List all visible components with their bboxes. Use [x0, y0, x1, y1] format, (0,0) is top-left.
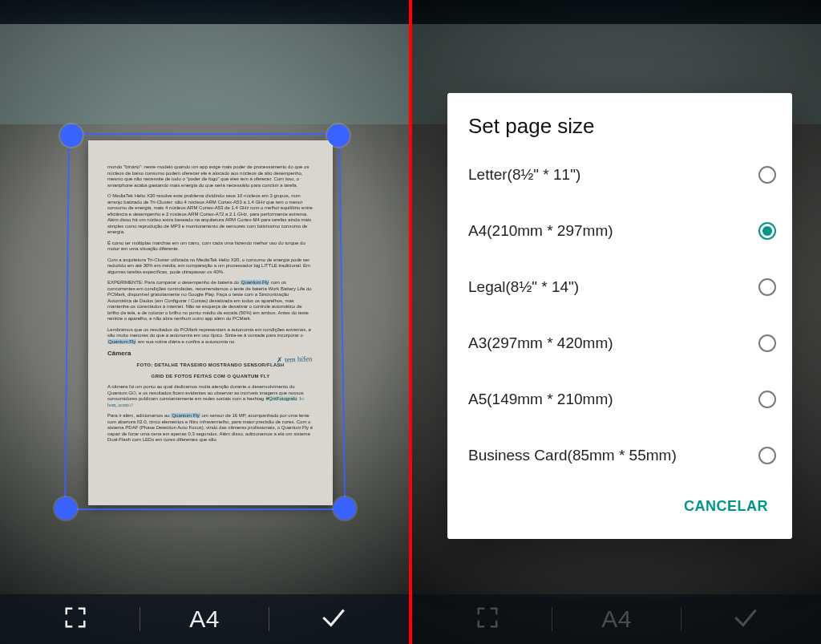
- radio-icon[interactable]: [758, 334, 776, 352]
- crop-screen: mundo "binário": neste modelo quando um …: [0, 0, 409, 644]
- option-label: A3(297mm * 420mm): [468, 334, 613, 352]
- page-size-option[interactable]: A5(149mm * 210mm): [447, 371, 792, 427]
- doc-paragraph: Lembramos que os resultados do PCMark re…: [107, 327, 313, 346]
- radio-icon[interactable]: [758, 447, 776, 464]
- scanned-page: mundo "binário": neste modelo quando um …: [88, 140, 333, 505]
- page-size-dialog: Set page size Letter(8½" * 11")A4(210mm …: [447, 93, 792, 539]
- radio-icon[interactable]: [758, 222, 776, 240]
- doc-paragraph: Para ir além, adicionamos ao Quantum Fly…: [107, 413, 313, 444]
- doc-paragraph: Com a arquitetura Tri-Cluster utilizada …: [107, 257, 313, 276]
- bottom-toolbar: A4: [0, 594, 409, 644]
- page-size-label: A4: [189, 606, 220, 633]
- doc-paragraph: O MediaTek Helio X20 resolve este proble…: [107, 193, 313, 236]
- radio-icon[interactable]: [758, 166, 776, 184]
- page-size-option[interactable]: Legal(8½" * 14"): [447, 259, 792, 315]
- option-label: A5(149mm * 210mm): [468, 391, 613, 408]
- option-label: Legal(8½" * 14"): [468, 278, 579, 296]
- radio-icon[interactable]: [758, 391, 776, 408]
- option-label: Business Card(85mm * 55mm): [468, 447, 677, 464]
- doc-paragraph: É como ter múltiplas marchas em um carro…: [107, 241, 313, 253]
- radio-icon[interactable]: [758, 278, 776, 296]
- doc-paragraph: EXPERIMENTE: Para comparar o desempenho …: [107, 280, 313, 322]
- page-size-option[interactable]: A3(297mm * 420mm): [447, 315, 792, 371]
- handwriting-annotation: ✗ tem hífen: [276, 354, 312, 364]
- page-size-button[interactable]: A4: [140, 606, 269, 633]
- doc-paragraph: mundo "binário": neste modelo quando um …: [107, 164, 313, 188]
- option-label: Letter(8½" * 11"): [468, 166, 580, 184]
- doc-subheading: GRID DE FOTOS FEITAS COM O QUANTUM FLY: [107, 374, 313, 380]
- page-size-option[interactable]: A4(210mm * 297mm): [447, 203, 792, 259]
- page-size-option[interactable]: Letter(8½" * 11"): [447, 147, 792, 203]
- page-size-screen: A4 Set page size Letter(8½" * 11")A4(210…: [412, 0, 821, 644]
- page-size-option[interactable]: Business Card(85mm * 55mm): [447, 427, 792, 484]
- cancel-button[interactable]: CANCELAR: [674, 490, 778, 523]
- fullscreen-icon[interactable]: [63, 606, 87, 633]
- option-label: A4(210mm * 297mm): [468, 222, 613, 240]
- dialog-title: Set page size: [447, 114, 792, 147]
- confirm-icon[interactable]: [318, 602, 349, 636]
- doc-paragraph: A câmera foi um ponto ao qual dedicamos …: [107, 384, 313, 408]
